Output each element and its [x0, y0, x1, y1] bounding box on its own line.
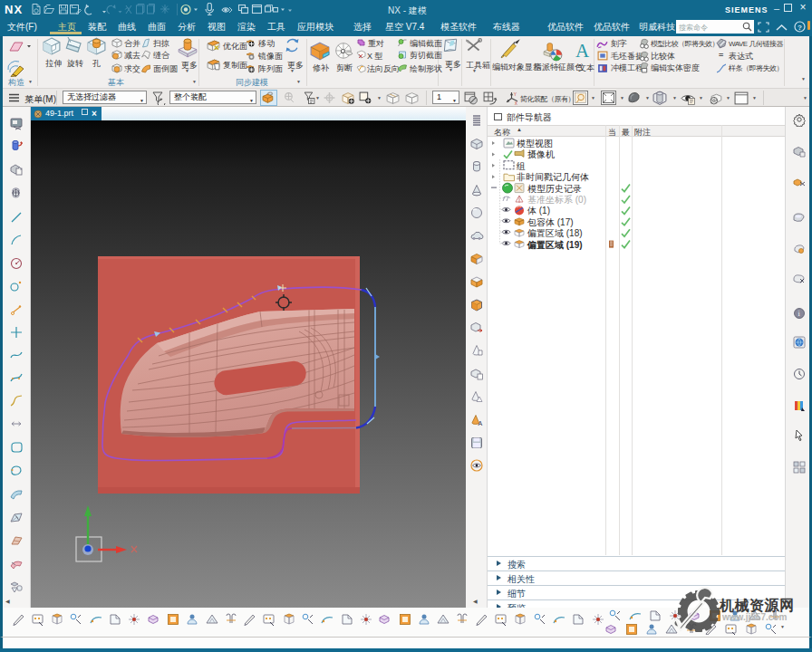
svg-text:A: A [478, 420, 483, 427]
svg-text:X: X [515, 101, 518, 105]
svg-text:Y: Y [514, 92, 517, 97]
svg-text:?: ? [798, 24, 802, 32]
